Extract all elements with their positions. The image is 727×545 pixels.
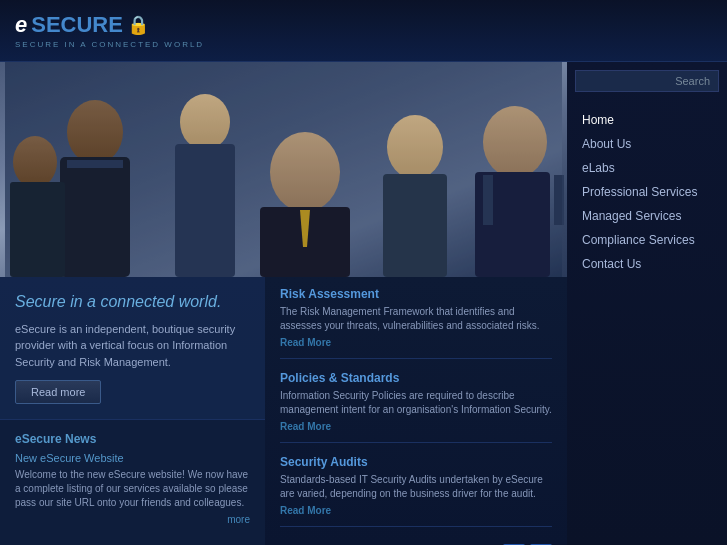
navigation-menu: Home About Us eLabs Professional Service…	[567, 100, 727, 284]
content-area: Secure in a connected world. eSecure is …	[0, 62, 567, 545]
sidebar-item-home[interactable]: Home	[567, 108, 727, 132]
main-layout: Secure in a connected world. eSecure is …	[0, 62, 727, 545]
service-item-policies: Policies & Standards Information Securit…	[280, 371, 552, 443]
news-section-title: eSecure News	[15, 432, 250, 446]
logo-e-letter: e	[15, 12, 27, 38]
sidebar-item-compliance[interactable]: Compliance Services	[567, 228, 727, 252]
intro-title: Secure in a connected world.	[15, 292, 250, 313]
logo-top: e SECURE 🔒	[15, 12, 149, 38]
intro-text: eSecure is an independent, boutique secu…	[15, 321, 250, 371]
service-readmore-policies[interactable]: Read More	[280, 421, 552, 432]
hero-svg	[0, 62, 567, 277]
left-panel: Secure in a connected world. eSecure is …	[0, 277, 265, 545]
news-more-link[interactable]: more	[15, 514, 250, 525]
service-readmore-risk[interactable]: Read More	[280, 337, 552, 348]
header: e SECURE 🔒 SECURE IN A CONNECTED WORLD	[0, 0, 727, 62]
navigation-arrows: ↓ ↑	[280, 539, 552, 545]
services-panel: Risk Assessment The Risk Management Fram…	[265, 277, 567, 545]
sidebar-item-professional[interactable]: Professional Services	[567, 180, 727, 204]
logo-tagline: SECURE IN A CONNECTED WORLD	[15, 40, 204, 49]
service-desc-risk: The Risk Management Framework that ident…	[280, 305, 552, 333]
sidebar-item-contact[interactable]: Contact Us	[567, 252, 727, 276]
news-item-text: Welcome to the new eSecure website! We n…	[15, 468, 250, 510]
service-readmore-audits[interactable]: Read More	[280, 505, 552, 516]
sidebar: Search Home About Us eLabs Professional …	[567, 62, 727, 545]
lower-content: Secure in a connected world. eSecure is …	[0, 277, 567, 545]
read-more-button[interactable]: Read more	[15, 380, 101, 404]
sidebar-item-managed[interactable]: Managed Services	[567, 204, 727, 228]
search-label: Search	[675, 75, 710, 87]
service-item-risk: Risk Assessment The Risk Management Fram…	[280, 287, 552, 359]
sidebar-item-elabs[interactable]: eLabs	[567, 156, 727, 180]
intro-box: Secure in a connected world. eSecure is …	[0, 277, 265, 419]
service-desc-policies: Information Security Policies are requir…	[280, 389, 552, 417]
service-title-audits[interactable]: Security Audits	[280, 455, 552, 469]
hero-image	[0, 62, 567, 277]
search-box[interactable]: Search	[575, 70, 719, 92]
service-desc-audits: Standards-based IT Security Audits under…	[280, 473, 552, 501]
lock-icon: 🔒	[127, 14, 149, 36]
logo-secure-text: SECURE	[31, 12, 123, 38]
news-item-title[interactable]: New eSecure Website	[15, 452, 250, 464]
logo: e SECURE 🔒 SECURE IN A CONNECTED WORLD	[15, 12, 204, 49]
service-item-audits: Security Audits Standards-based IT Secur…	[280, 455, 552, 527]
news-box: eSecure News New eSecure Website Welcome…	[0, 419, 265, 545]
hero-banner	[0, 62, 567, 277]
svg-rect-18	[5, 62, 562, 277]
service-title-policies[interactable]: Policies & Standards	[280, 371, 552, 385]
sidebar-item-about[interactable]: About Us	[567, 132, 727, 156]
service-title-risk[interactable]: Risk Assessment	[280, 287, 552, 301]
